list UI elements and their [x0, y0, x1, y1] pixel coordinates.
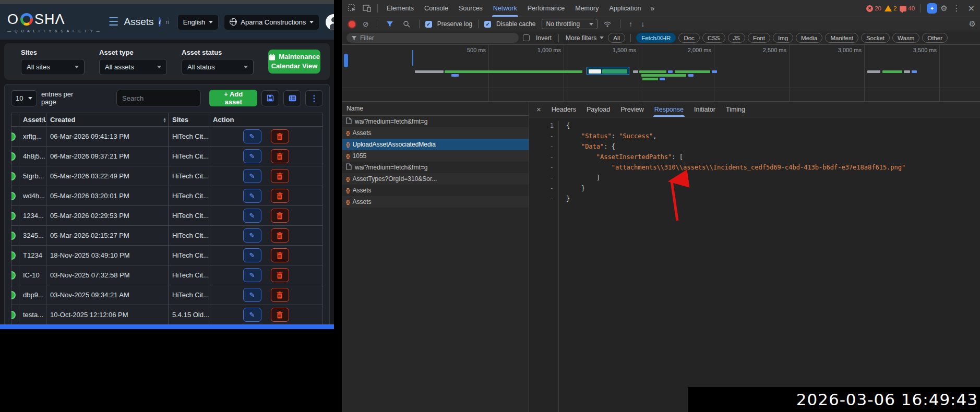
devtools-menu-kebab-icon[interactable]: ⋮ — [951, 4, 963, 13]
response-tab-timing[interactable]: Timing — [721, 102, 750, 117]
sites-select[interactable]: All sites — [21, 59, 85, 75]
request-row[interactable]: {}Assets — [342, 185, 529, 196]
throttling-select[interactable]: No throttling — [542, 19, 597, 29]
edit-asset-button[interactable]: ✎ — [243, 209, 261, 223]
request-row[interactable]: {}Assets — [342, 196, 529, 208]
delete-asset-button[interactable] — [271, 308, 289, 322]
pill-doc[interactable]: Doc — [678, 33, 699, 43]
more-filters-button[interactable]: More filters — [566, 34, 604, 42]
more-options-button[interactable]: ⋮ — [305, 90, 323, 106]
delete-asset-button[interactable] — [271, 268, 289, 282]
info-icon[interactable]: i — [159, 17, 160, 27]
pill-media[interactable]: Media — [796, 33, 822, 43]
edit-asset-button[interactable]: ✎ — [243, 288, 261, 302]
request-row[interactable]: {}Assets — [342, 127, 529, 139]
response-tab-payload[interactable]: Payload — [581, 102, 615, 117]
pill-js[interactable]: JS — [728, 33, 745, 43]
filter-funnel-icon[interactable] — [383, 18, 397, 30]
inspect-element-icon[interactable] — [345, 2, 359, 15]
delete-asset-button[interactable] — [271, 209, 289, 223]
sites-column-header[interactable]: Sites — [169, 113, 209, 127]
preserve-log-checkbox[interactable] — [425, 21, 432, 28]
tab-network[interactable]: Network — [488, 0, 522, 17]
pill-img[interactable]: Img — [773, 33, 793, 43]
edit-asset-button[interactable]: ✎ — [243, 169, 261, 183]
company-select[interactable]: Aparna Constructions — [224, 14, 319, 30]
pill-fetchxhr[interactable]: Fetch/XHR — [636, 33, 676, 43]
asset-uid-column-header[interactable]: Asset UID▲▼ — [19, 113, 46, 127]
request-row[interactable]: {}1055 — [342, 150, 529, 162]
request-row[interactable]: {}UploadAssetAssociatedMedia — [342, 139, 529, 150]
response-body-viewer[interactable]: 1------- { "Status": "Success", "Data": … — [529, 117, 980, 412]
delete-asset-button[interactable] — [271, 189, 289, 203]
created-column-header[interactable]: Created▲▼ — [46, 113, 169, 127]
delete-asset-button[interactable] — [271, 228, 289, 243]
pill-all[interactable]: All — [608, 33, 625, 43]
asset-status-select[interactable]: All status — [182, 59, 254, 75]
warnings-badge[interactable]: 2 — [885, 5, 897, 11]
pill-css[interactable]: CSS — [702, 33, 725, 43]
import-har-icon[interactable]: ↑ — [626, 20, 635, 28]
card-view-button[interactable] — [283, 90, 301, 106]
pill-wasm[interactable]: Wasm — [892, 33, 919, 43]
request-row[interactable]: {}AssetTypes?OrgId=310&Sor... — [342, 173, 529, 185]
language-select[interactable]: English — [177, 14, 219, 30]
tab-elements[interactable]: Elements — [381, 0, 419, 17]
delete-asset-button[interactable] — [271, 129, 289, 143]
action-cell: ✎ — [209, 206, 323, 226]
edit-asset-button[interactable]: ✎ — [243, 189, 261, 203]
edit-asset-button[interactable]: ✎ — [243, 149, 261, 163]
delete-asset-button[interactable] — [271, 288, 289, 302]
search-input[interactable] — [116, 90, 201, 106]
edit-asset-button[interactable]: ✎ — [243, 268, 261, 282]
errors-badge[interactable]: ✕ 20 — [866, 5, 881, 12]
ai-assistant-icon[interactable]: ✦ — [927, 3, 937, 14]
user-avatar[interactable] — [326, 14, 334, 30]
device-toolbar-icon[interactable] — [360, 2, 374, 15]
response-tab-initiator[interactable]: Initiator — [689, 102, 721, 117]
delete-asset-button[interactable] — [271, 149, 289, 163]
request-list-header[interactable]: Name — [342, 102, 529, 116]
edit-asset-button[interactable]: ✎ — [243, 308, 261, 322]
pill-other[interactable]: Other — [922, 33, 948, 43]
close-details-icon[interactable]: × — [531, 105, 546, 114]
tab-memory[interactable]: Memory — [570, 0, 604, 17]
invert-checkbox[interactable] — [523, 34, 530, 41]
devtools-close-icon[interactable]: ✕ — [966, 4, 977, 14]
tab-performance[interactable]: Performance — [522, 0, 570, 17]
response-tab-response[interactable]: Response — [649, 102, 689, 117]
export-har-icon[interactable]: ↓ — [638, 20, 647, 28]
network-settings-gear-icon[interactable]: ⚙ — [969, 19, 976, 29]
edit-asset-button[interactable]: ✎ — [243, 248, 261, 262]
save-view-button[interactable] — [261, 90, 279, 106]
pill-socket[interactable]: Socket — [861, 33, 890, 43]
tab-sources[interactable]: Sources — [453, 0, 488, 17]
pill-font[interactable]: Font — [748, 33, 770, 43]
network-conditions-icon[interactable] — [601, 18, 614, 30]
response-tab-preview[interactable]: Preview — [615, 102, 649, 117]
edit-asset-button[interactable]: ✎ — [243, 129, 261, 143]
page-size-select[interactable]: 10 — [11, 90, 37, 106]
edit-asset-button[interactable]: ✎ — [243, 228, 261, 243]
request-row[interactable]: wa/?medium=fetch&fmt=g — [342, 162, 529, 173]
clear-network-log-icon[interactable]: ⊘ — [361, 20, 371, 28]
network-overview-timeline[interactable]: 500 ms1,000 ms1,500 ms2,000 ms2,500 ms3,… — [342, 45, 980, 102]
response-tab-headers[interactable]: Headers — [546, 102, 581, 117]
delete-asset-button[interactable] — [271, 248, 289, 262]
network-filter-input[interactable]: Filter — [346, 33, 519, 43]
disable-cache-checkbox[interactable] — [484, 21, 491, 28]
record-network-log-button[interactable] — [349, 21, 355, 28]
pill-manifest[interactable]: Manifest — [825, 33, 858, 43]
request-row[interactable]: wa/?medium=fetch&fmt=g — [342, 116, 529, 127]
add-asset-button[interactable]: + Add asset — [209, 90, 257, 106]
asset-type-select[interactable]: All assets — [99, 59, 167, 75]
delete-asset-button[interactable] — [271, 169, 289, 183]
settings-gear-icon[interactable]: ⚙ — [940, 4, 947, 13]
issues-badge[interactable]: 40 — [900, 5, 915, 11]
more-tabs-chevrons[interactable]: » — [648, 4, 658, 13]
search-icon[interactable] — [400, 18, 413, 30]
tab-console[interactable]: Console — [419, 0, 453, 17]
maintenance-calendar-button[interactable]: Maintenance Calendar View — [268, 50, 320, 74]
menu-hamburger-icon[interactable]: ☰ — [109, 16, 119, 28]
tab-application[interactable]: Application — [604, 0, 646, 17]
